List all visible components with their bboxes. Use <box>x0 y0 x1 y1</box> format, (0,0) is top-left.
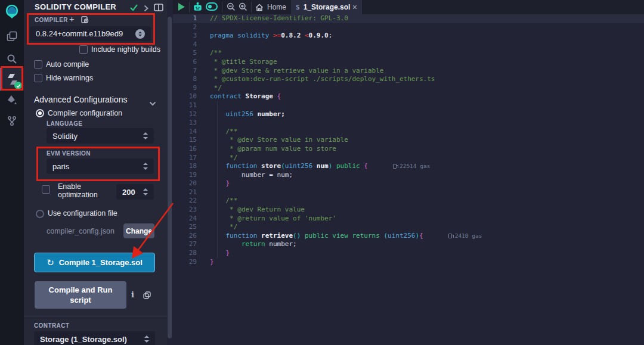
open-file-icon[interactable] <box>80 15 89 26</box>
line-number: 1 <box>173 14 206 23</box>
code-line-9[interactable]: 9 */ <box>173 84 644 93</box>
language-select[interactable]: Solidity <box>47 128 154 144</box>
compiler-section-label: COMPILER <box>35 17 68 23</box>
language-value: Solidity <box>52 132 143 141</box>
gas-estimate-annotation: 2410 gas <box>448 232 482 239</box>
code-line-29[interactable]: 29} <box>173 258 644 267</box>
code-line-8[interactable]: 8 * @custom:dev-run-script ./scripts/dep… <box>173 75 644 84</box>
code-line-5[interactable]: 5/** <box>173 49 644 58</box>
hide-warnings-checkbox[interactable] <box>34 74 42 82</box>
line-number: 10 <box>173 92 206 101</box>
solidity-compiler-icon[interactable] <box>0 68 24 91</box>
line-number: 2 <box>173 23 206 32</box>
close-tab-icon[interactable]: × <box>352 2 357 12</box>
collapse-chevron-icon[interactable] <box>144 4 148 14</box>
language-label: LANGUAGE <box>47 120 82 127</box>
language-stepper-icon <box>143 132 148 139</box>
activity-bar <box>0 0 24 345</box>
copy-icon[interactable] <box>143 291 151 302</box>
code-line-20[interactable]: 20 } <box>173 179 644 188</box>
code-line-24[interactable]: 24 * @return value of 'number' <box>173 215 644 223</box>
compile-and-run-button[interactable]: Compile and Run script <box>35 281 126 309</box>
compiler-version-value: 0.8.24+commit.e11b9ed9 <box>36 29 135 38</box>
deploy-run-icon[interactable] <box>0 89 24 112</box>
panel-title: SOLIDITY COMPILER <box>35 2 116 11</box>
file-explorer-icon[interactable] <box>0 25 24 48</box>
compiler-version-select[interactable]: 0.8.24+commit.e11b9ed9 <box>30 26 151 41</box>
include-nightly-checkbox[interactable] <box>79 45 88 54</box>
line-number: 14 <box>173 128 206 136</box>
code-editor: Home S 1_Storage.sol × 1// SPDX-License-… <box>173 0 644 345</box>
fuel-pump-icon <box>393 164 397 169</box>
fuel-pump-icon <box>448 234 452 238</box>
line-number: 20 <box>173 179 206 188</box>
use-config-file-radio[interactable] <box>36 210 44 218</box>
code-line-19[interactable]: 19 number = num; <box>173 171 644 180</box>
line-number: 21 <box>173 188 206 197</box>
chevron-down-icon[interactable] <box>149 98 156 108</box>
code-line-6[interactable]: 6 * @title Storage <box>173 58 644 67</box>
evm-version-select[interactable]: paris <box>47 158 154 174</box>
contract-select[interactable]: Storage (1_Storage.sol) <box>34 331 155 345</box>
add-compiler-icon[interactable]: + <box>69 14 75 24</box>
pin-panel-icon[interactable] <box>154 3 163 14</box>
code-line-7[interactable]: 7 * @dev Store & retrieve value in a var… <box>173 67 644 76</box>
enable-optimization-checkbox[interactable] <box>42 185 50 194</box>
contract-value: Storage (1_Storage.sol) <box>40 335 144 344</box>
code-line-27[interactable]: 27 return number; <box>173 240 644 249</box>
ai-assistant-icon[interactable] <box>193 2 203 12</box>
auto-compile-label: Auto compile <box>46 60 89 69</box>
remix-logo-icon[interactable] <box>0 2 24 21</box>
code-line-10[interactable]: 10contract Storage { <box>173 92 644 101</box>
code-line-2[interactable]: 2 <box>173 23 644 32</box>
compile-button-label: Compile 1_Storage.sol <box>59 258 143 267</box>
config-file-name[interactable]: compiler_config.json <box>47 227 114 235</box>
code-line-12[interactable]: 12 uint256 number; <box>173 110 644 119</box>
code-lines[interactable]: 1// SPDX-License-Identifier: GPL-3.023pr… <box>173 14 644 266</box>
advanced-configurations-title[interactable]: Advanced Configurations <box>34 95 127 104</box>
code-line-11[interactable]: 11 <box>173 101 644 110</box>
optimization-runs-input[interactable]: 200 <box>116 184 154 200</box>
line-number: 23 <box>173 206 206 215</box>
include-nightly-label: Include nightly builds <box>91 45 160 54</box>
search-icon[interactable] <box>0 48 24 70</box>
run-script-icon[interactable] <box>178 2 185 11</box>
line-number: 22 <box>173 197 206 206</box>
compiler-configuration-radio[interactable] <box>36 109 44 117</box>
line-number: 29 <box>173 258 206 267</box>
info-icon[interactable]: i <box>131 290 134 299</box>
tab-storage-sol[interactable]: S 1_Storage.sol × <box>291 0 362 14</box>
zoom-in-icon[interactable] <box>239 2 247 11</box>
evm-version-label: EVM VERSION <box>47 150 91 157</box>
code-line-1[interactable]: 1// SPDX-License-Identifier: GPL-3.0 <box>173 14 644 23</box>
code-line-3[interactable]: 3pragma solidity >=0.8.2 <0.9.0; <box>173 32 644 41</box>
code-line-18[interactable]: 18 function store(uint256 num) public {2… <box>173 162 644 171</box>
code-line-13[interactable]: 13 <box>173 119 644 128</box>
code-line-4[interactable]: 4 <box>173 41 644 49</box>
code-line-14[interactable]: 14 /** <box>173 128 644 136</box>
git-icon[interactable] <box>0 110 24 132</box>
gas-estimate-annotation: 22514 gas <box>393 163 430 169</box>
line-number: 28 <box>173 249 206 258</box>
code-line-16[interactable]: 16 * @param num value to store <box>173 145 644 154</box>
code-line-26[interactable]: 26 function retrieve() public view retur… <box>173 232 644 241</box>
code-line-15[interactable]: 15 * @dev Store value in variable <box>173 136 644 145</box>
copilot-toggle-icon[interactable] <box>206 2 218 11</box>
zoom-out-icon[interactable] <box>227 2 236 11</box>
panel-scrollbar[interactable] <box>168 17 172 338</box>
code-line-22[interactable]: 22 /** <box>173 197 644 206</box>
line-number: 6 <box>173 58 206 67</box>
code-line-21[interactable]: 21 <box>173 188 644 197</box>
tab-home[interactable]: Home <box>255 0 291 14</box>
line-number: 17 <box>173 154 206 163</box>
auto-compile-checkbox[interactable] <box>34 60 42 69</box>
line-number: 24 <box>173 215 206 223</box>
code-line-28[interactable]: 28 } <box>173 249 644 258</box>
code-line-23[interactable]: 23 * @dev Return value <box>173 206 644 215</box>
code-line-17[interactable]: 17 */ <box>173 154 644 163</box>
solidity-compiler-panel: SOLIDITY COMPILER COMPILER + 0.8.24+comm… <box>24 0 167 345</box>
code-line-25[interactable]: 25 */ <box>173 223 644 232</box>
change-config-button[interactable]: Change <box>123 223 154 238</box>
compile-button[interactable]: ↻ Compile 1_Storage.sol <box>34 253 155 272</box>
line-number: 7 <box>173 67 206 76</box>
